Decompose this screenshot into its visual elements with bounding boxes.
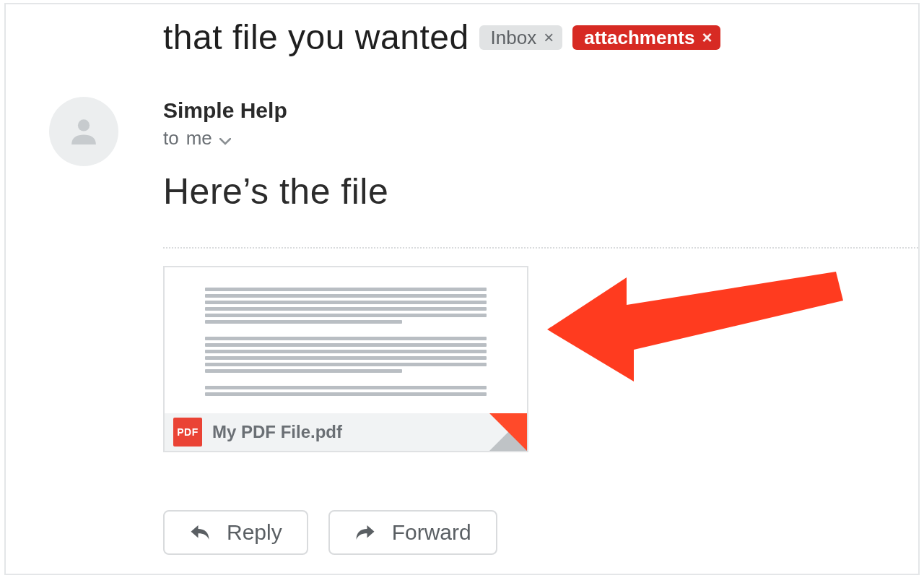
label-attachments-text: attachments xyxy=(584,28,694,47)
reply-label: Reply xyxy=(227,520,282,545)
attachment-card[interactable]: PDF My PDF File.pdf xyxy=(163,266,528,452)
recipient-name: me xyxy=(186,127,212,150)
chevron-down-icon xyxy=(219,128,231,150)
recipient-dropdown[interactable]: to me xyxy=(163,127,231,150)
forward-button[interactable]: Forward xyxy=(328,510,497,555)
forward-label: Forward xyxy=(392,520,471,545)
forward-icon xyxy=(354,522,376,543)
reply-button[interactable]: Reply xyxy=(163,510,308,555)
close-icon[interactable]: × xyxy=(544,29,554,46)
attachment-filename: My PDF File.pdf xyxy=(212,422,342,442)
annotation-arrow-icon xyxy=(547,257,850,402)
pdf-icon: PDF xyxy=(173,418,202,447)
subject-row: that file you wanted Inbox × attachments… xyxy=(163,17,904,57)
person-icon xyxy=(64,112,103,151)
divider xyxy=(163,247,918,249)
sender-name[interactable]: Simple Help xyxy=(163,98,287,123)
email-view: that file you wanted Inbox × attachments… xyxy=(4,3,920,575)
label-inbox[interactable]: Inbox × xyxy=(479,25,563,50)
sender-avatar[interactable] xyxy=(49,97,118,166)
email-body: Here’s the file xyxy=(163,171,388,212)
reply-icon xyxy=(189,522,211,543)
label-inbox-text: Inbox xyxy=(491,28,537,47)
label-attachments[interactable]: attachments × xyxy=(572,25,720,50)
page-curl-icon xyxy=(489,413,527,451)
action-row: Reply Forward xyxy=(163,510,497,555)
recipient-prefix: to xyxy=(163,127,179,150)
svg-marker-1 xyxy=(547,272,843,381)
attachment-preview xyxy=(165,267,527,413)
email-subject: that file you wanted xyxy=(163,17,469,57)
svg-point-0 xyxy=(78,119,90,131)
attachment-footer: PDF My PDF File.pdf xyxy=(165,413,527,451)
close-icon[interactable]: × xyxy=(702,29,712,46)
